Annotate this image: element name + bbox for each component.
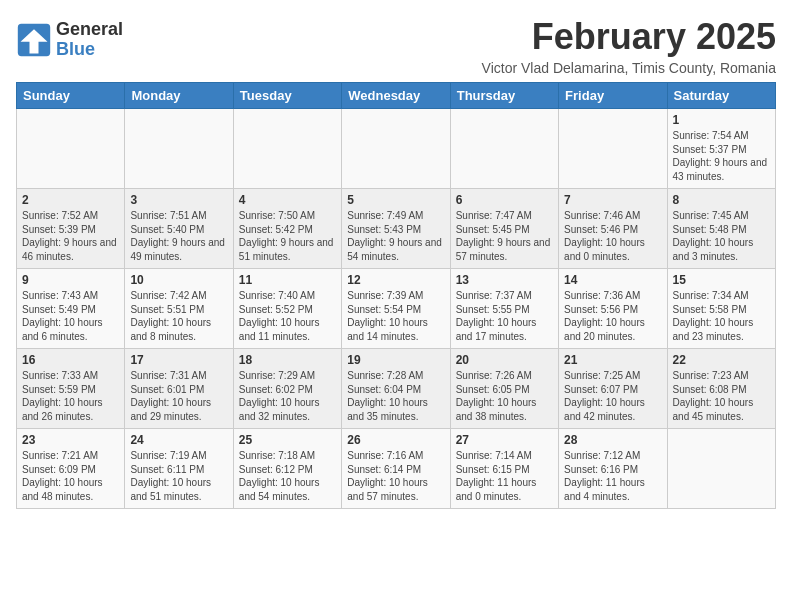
- day-number: 24: [130, 433, 227, 447]
- day-info: Sunrise: 7:46 AM Sunset: 5:46 PM Dayligh…: [564, 209, 661, 263]
- calendar-cell: 5Sunrise: 7:49 AM Sunset: 5:43 PM Daylig…: [342, 189, 450, 269]
- day-number: 6: [456, 193, 553, 207]
- day-number: 7: [564, 193, 661, 207]
- day-number: 13: [456, 273, 553, 287]
- calendar-cell: [450, 109, 558, 189]
- weekday-header: Thursday: [450, 83, 558, 109]
- weekday-header: Friday: [559, 83, 667, 109]
- day-info: Sunrise: 7:12 AM Sunset: 6:16 PM Dayligh…: [564, 449, 661, 503]
- day-number: 15: [673, 273, 770, 287]
- day-number: 10: [130, 273, 227, 287]
- calendar-week-row: 2Sunrise: 7:52 AM Sunset: 5:39 PM Daylig…: [17, 189, 776, 269]
- calendar-cell: 9Sunrise: 7:43 AM Sunset: 5:49 PM Daylig…: [17, 269, 125, 349]
- calendar-cell: 2Sunrise: 7:52 AM Sunset: 5:39 PM Daylig…: [17, 189, 125, 269]
- day-info: Sunrise: 7:47 AM Sunset: 5:45 PM Dayligh…: [456, 209, 553, 263]
- title-block: February 2025 Victor Vlad Delamarina, Ti…: [482, 16, 776, 76]
- calendar-cell: [559, 109, 667, 189]
- day-info: Sunrise: 7:31 AM Sunset: 6:01 PM Dayligh…: [130, 369, 227, 423]
- day-number: 12: [347, 273, 444, 287]
- calendar-cell: 22Sunrise: 7:23 AM Sunset: 6:08 PM Dayli…: [667, 349, 775, 429]
- logo-blue: Blue: [56, 40, 123, 60]
- calendar-cell: 14Sunrise: 7:36 AM Sunset: 5:56 PM Dayli…: [559, 269, 667, 349]
- calendar-week-row: 1Sunrise: 7:54 AM Sunset: 5:37 PM Daylig…: [17, 109, 776, 189]
- day-number: 17: [130, 353, 227, 367]
- day-number: 8: [673, 193, 770, 207]
- calendar-cell: 12Sunrise: 7:39 AM Sunset: 5:54 PM Dayli…: [342, 269, 450, 349]
- day-info: Sunrise: 7:50 AM Sunset: 5:42 PM Dayligh…: [239, 209, 336, 263]
- day-info: Sunrise: 7:36 AM Sunset: 5:56 PM Dayligh…: [564, 289, 661, 343]
- calendar-cell: 10Sunrise: 7:42 AM Sunset: 5:51 PM Dayli…: [125, 269, 233, 349]
- weekday-header: Monday: [125, 83, 233, 109]
- day-number: 28: [564, 433, 661, 447]
- day-number: 27: [456, 433, 553, 447]
- calendar-header-row: SundayMondayTuesdayWednesdayThursdayFrid…: [17, 83, 776, 109]
- day-info: Sunrise: 7:18 AM Sunset: 6:12 PM Dayligh…: [239, 449, 336, 503]
- logo-general: General: [56, 20, 123, 40]
- day-info: Sunrise: 7:21 AM Sunset: 6:09 PM Dayligh…: [22, 449, 119, 503]
- calendar-week-row: 16Sunrise: 7:33 AM Sunset: 5:59 PM Dayli…: [17, 349, 776, 429]
- day-info: Sunrise: 7:25 AM Sunset: 6:07 PM Dayligh…: [564, 369, 661, 423]
- calendar-cell: 21Sunrise: 7:25 AM Sunset: 6:07 PM Dayli…: [559, 349, 667, 429]
- calendar-cell: 23Sunrise: 7:21 AM Sunset: 6:09 PM Dayli…: [17, 429, 125, 509]
- calendar-cell: [667, 429, 775, 509]
- calendar-cell: 1Sunrise: 7:54 AM Sunset: 5:37 PM Daylig…: [667, 109, 775, 189]
- calendar-cell: 20Sunrise: 7:26 AM Sunset: 6:05 PM Dayli…: [450, 349, 558, 429]
- day-number: 21: [564, 353, 661, 367]
- calendar-week-row: 23Sunrise: 7:21 AM Sunset: 6:09 PM Dayli…: [17, 429, 776, 509]
- day-number: 16: [22, 353, 119, 367]
- day-info: Sunrise: 7:26 AM Sunset: 6:05 PM Dayligh…: [456, 369, 553, 423]
- page-header: General Blue February 2025 Victor Vlad D…: [16, 16, 776, 76]
- calendar-week-row: 9Sunrise: 7:43 AM Sunset: 5:49 PM Daylig…: [17, 269, 776, 349]
- location: Victor Vlad Delamarina, Timis County, Ro…: [482, 60, 776, 76]
- day-info: Sunrise: 7:14 AM Sunset: 6:15 PM Dayligh…: [456, 449, 553, 503]
- calendar-cell: 11Sunrise: 7:40 AM Sunset: 5:52 PM Dayli…: [233, 269, 341, 349]
- calendar-cell: 8Sunrise: 7:45 AM Sunset: 5:48 PM Daylig…: [667, 189, 775, 269]
- calendar-cell: 16Sunrise: 7:33 AM Sunset: 5:59 PM Dayli…: [17, 349, 125, 429]
- calendar-cell: 7Sunrise: 7:46 AM Sunset: 5:46 PM Daylig…: [559, 189, 667, 269]
- day-number: 3: [130, 193, 227, 207]
- calendar-table: SundayMondayTuesdayWednesdayThursdayFrid…: [16, 82, 776, 509]
- day-number: 1: [673, 113, 770, 127]
- calendar-cell: 15Sunrise: 7:34 AM Sunset: 5:58 PM Dayli…: [667, 269, 775, 349]
- day-info: Sunrise: 7:51 AM Sunset: 5:40 PM Dayligh…: [130, 209, 227, 263]
- day-number: 9: [22, 273, 119, 287]
- calendar-cell: 18Sunrise: 7:29 AM Sunset: 6:02 PM Dayli…: [233, 349, 341, 429]
- weekday-header: Saturday: [667, 83, 775, 109]
- calendar-cell: [17, 109, 125, 189]
- month-year: February 2025: [482, 16, 776, 58]
- day-info: Sunrise: 7:19 AM Sunset: 6:11 PM Dayligh…: [130, 449, 227, 503]
- day-info: Sunrise: 7:33 AM Sunset: 5:59 PM Dayligh…: [22, 369, 119, 423]
- day-number: 26: [347, 433, 444, 447]
- day-info: Sunrise: 7:40 AM Sunset: 5:52 PM Dayligh…: [239, 289, 336, 343]
- logo-icon: [16, 22, 52, 58]
- day-info: Sunrise: 7:52 AM Sunset: 5:39 PM Dayligh…: [22, 209, 119, 263]
- day-info: Sunrise: 7:29 AM Sunset: 6:02 PM Dayligh…: [239, 369, 336, 423]
- calendar-cell: 25Sunrise: 7:18 AM Sunset: 6:12 PM Dayli…: [233, 429, 341, 509]
- day-info: Sunrise: 7:42 AM Sunset: 5:51 PM Dayligh…: [130, 289, 227, 343]
- calendar-cell: 28Sunrise: 7:12 AM Sunset: 6:16 PM Dayli…: [559, 429, 667, 509]
- day-info: Sunrise: 7:43 AM Sunset: 5:49 PM Dayligh…: [22, 289, 119, 343]
- weekday-header: Sunday: [17, 83, 125, 109]
- day-number: 20: [456, 353, 553, 367]
- day-number: 18: [239, 353, 336, 367]
- day-info: Sunrise: 7:37 AM Sunset: 5:55 PM Dayligh…: [456, 289, 553, 343]
- day-info: Sunrise: 7:34 AM Sunset: 5:58 PM Dayligh…: [673, 289, 770, 343]
- day-number: 11: [239, 273, 336, 287]
- calendar-cell: 4Sunrise: 7:50 AM Sunset: 5:42 PM Daylig…: [233, 189, 341, 269]
- day-info: Sunrise: 7:39 AM Sunset: 5:54 PM Dayligh…: [347, 289, 444, 343]
- calendar-cell: [342, 109, 450, 189]
- calendar-cell: 19Sunrise: 7:28 AM Sunset: 6:04 PM Dayli…: [342, 349, 450, 429]
- logo-text: General Blue: [56, 20, 123, 60]
- calendar-cell: 27Sunrise: 7:14 AM Sunset: 6:15 PM Dayli…: [450, 429, 558, 509]
- day-number: 23: [22, 433, 119, 447]
- day-number: 22: [673, 353, 770, 367]
- weekday-header: Tuesday: [233, 83, 341, 109]
- day-number: 19: [347, 353, 444, 367]
- calendar-cell: 24Sunrise: 7:19 AM Sunset: 6:11 PM Dayli…: [125, 429, 233, 509]
- day-info: Sunrise: 7:45 AM Sunset: 5:48 PM Dayligh…: [673, 209, 770, 263]
- calendar-cell: 3Sunrise: 7:51 AM Sunset: 5:40 PM Daylig…: [125, 189, 233, 269]
- logo: General Blue: [16, 20, 123, 60]
- day-info: Sunrise: 7:23 AM Sunset: 6:08 PM Dayligh…: [673, 369, 770, 423]
- day-number: 2: [22, 193, 119, 207]
- day-number: 5: [347, 193, 444, 207]
